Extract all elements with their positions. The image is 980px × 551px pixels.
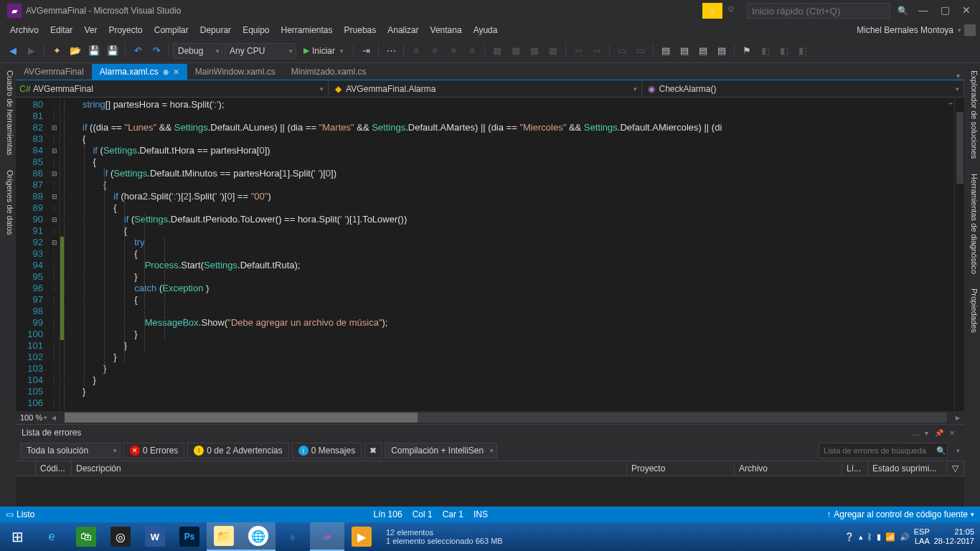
fold-gutter[interactable]: ││⊟│⊟│⊟│⊟│⊟│⊟││││││││││││││ [49,98,60,411]
tab-mainwindow[interactable]: MainWindow.xaml.cs [187,64,283,80]
col-project[interactable]: Proyecto [627,461,735,476]
properties-tab[interactable]: Propiedades [966,286,979,336]
step-button[interactable]: ⇥ [357,42,374,60]
chevron-down-icon[interactable]: ▾ [958,27,961,34]
tab-alarma[interactable]: Alarma.xaml.cs ⊕ ✕ [92,64,187,80]
menu-herramientas[interactable]: Herramientas [275,24,339,37]
undo-button[interactable]: ↶ [129,42,146,60]
spacing-icon[interactable]: ⇿ [570,42,587,60]
search-icon[interactable]: 🔍 [897,6,908,16]
signed-in-user[interactable]: Michel Bernales Montoya [857,25,958,35]
comment-icon[interactable]: ▤ [657,42,674,60]
filter-icon[interactable]: ▽ [947,461,964,476]
extra-icon2[interactable]: ◧ [776,42,793,60]
pin-icon[interactable]: 📌 [933,429,946,437]
new-project-button[interactable]: ✦ [48,42,65,60]
format-icon[interactable]: ▤ [713,42,730,60]
code-content[interactable]: string[] partesHora = hora.Split(':');if… [64,98,954,411]
nav-fwd-button[interactable]: ▶ [23,42,40,60]
scope-combo[interactable]: Toda la solución [20,443,121,458]
horizontal-scrollbar[interactable] [65,413,947,423]
start-button[interactable]: ⊞ [0,522,34,551]
warnings-filter[interactable]: !0 de 2 Advertencias [187,443,288,458]
col-desc[interactable]: Descripción [72,461,627,476]
tray-lang[interactable]: ESP [914,527,930,537]
battery-icon[interactable]: ▮ [877,532,881,542]
menu-ayuda[interactable]: Ayuda [468,24,504,37]
extra-icon3[interactable]: ◧ [794,42,811,60]
scroll-right-icon[interactable]: ▸ [956,413,960,423]
start-debug-button[interactable]: ▶Iniciar▾ [298,43,349,59]
solution-explorer-tab[interactable]: Explorador de soluciones [966,67,979,162]
tray-kb[interactable]: LAA [914,537,930,546]
chevron-down-icon[interactable]: ▾ [956,447,960,454]
menu-archivo[interactable]: Archivo [4,24,44,37]
tray-time[interactable]: 21:05 [934,527,974,537]
tb-icon[interactable]: ⋯ [382,42,400,60]
scroll-thumb[interactable] [956,112,963,184]
solution-platform-combo[interactable]: Any CPU [225,43,296,59]
spacing-icon2[interactable]: ⇿ [588,42,606,60]
col-file[interactable]: Archivo [735,461,842,476]
align-center-icon[interactable]: ≡ [426,42,443,60]
minimize-button[interactable]: — [913,4,934,18]
tray-chevron-icon[interactable]: ▴ [859,532,863,542]
vscode-icon[interactable]: ⬨ [275,522,310,551]
ie-icon[interactable]: e [34,522,69,551]
order-icon[interactable]: ▭ [613,42,631,60]
menu-proyecto[interactable]: Proyecto [103,24,148,37]
scroll-left-icon[interactable]: ◂ [52,413,56,423]
col-suppressed[interactable]: Estado suprimi... [868,461,947,476]
build-filter[interactable]: ✖ [364,443,382,458]
nav-member-combo[interactable]: ◉CheckAlarma() [642,81,965,97]
maximize-button[interactable]: ▢ [934,4,956,18]
messages-filter[interactable]: i0 Mensajes [292,443,362,458]
code-editor[interactable]: 8081828384858687888990919293949596979899… [16,98,964,411]
solution-config-combo[interactable]: Debug [173,43,223,59]
col-line[interactable]: Lí... [842,461,868,476]
dropdown-icon[interactable]: ▾ [920,429,933,437]
photoshop-icon[interactable]: Ps [172,522,207,551]
nav-class-combo[interactable]: ◆AVGemmaFinal.Alarma [329,81,641,97]
error-search-input[interactable] [819,443,948,458]
help-tray-icon[interactable]: ❔ [844,532,854,542]
right-side-panels[interactable]: Explorador de soluciones Herramientas de… [964,63,980,507]
col-code[interactable]: Códi... [36,461,72,476]
chrome-icon[interactable]: 🌐 [241,522,275,551]
word-icon[interactable]: W [138,522,172,551]
open-file-button[interactable]: 📂 [67,42,84,60]
menu-pruebas[interactable]: Pruebas [339,24,382,37]
tray-date[interactable]: 28-12-2017 [934,537,974,546]
feedback-icon[interactable]: ☺ [727,4,741,18]
align-right-icon[interactable]: ≡ [445,42,462,60]
volume-icon[interactable]: 🔊 [900,532,910,542]
source-control-button[interactable]: ↑Agregar al control de código fuente▾ [826,509,974,519]
explorer-icon[interactable]: 📁 [207,522,241,551]
layout-icon[interactable]: ▦ [489,42,506,60]
menu-ver[interactable]: Ver [78,24,103,37]
uncomment-icon[interactable]: ▤ [676,42,693,60]
datasources-panel-tab[interactable]: Orígenes de datos [1,167,14,238]
media-icon[interactable]: ▶ [344,522,379,551]
tab-project[interactable]: AVGemmaFinal [16,64,92,80]
notification-flag-icon[interactable]: ▾ [702,3,722,19]
menu-depurar[interactable]: Depurar [194,24,237,37]
errors-filter[interactable]: ✕0 Errores [123,443,184,458]
vertical-scrollbar[interactable] [954,98,964,411]
pin-icon[interactable]: ⊕ [163,68,169,76]
tabs-overflow-icon[interactable]: ▾ [952,72,964,80]
save-all-button[interactable]: 💾 [104,42,121,60]
store-icon[interactable]: 🛍 [69,522,103,551]
redo-button[interactable]: ↷ [148,42,165,60]
vs-icon[interactable]: ▰ [310,522,344,551]
extra-icon[interactable]: ◧ [757,42,774,60]
flag-icon[interactable]: ⚑ [738,42,755,60]
layout-icon4[interactable]: ▦ [545,42,562,60]
diagnostics-tab[interactable]: Herramientas de diagnóstico [966,171,979,277]
align-left-icon[interactable]: ≡ [407,42,425,60]
quick-launch-input[interactable] [747,3,890,19]
tab-minimizado[interactable]: Minimizado.xaml.cs [283,64,374,80]
app-icon[interactable]: ◎ [103,522,138,551]
nav-back-button[interactable]: ◀ [4,42,22,60]
zoom-level[interactable]: 100 % [20,413,42,422]
